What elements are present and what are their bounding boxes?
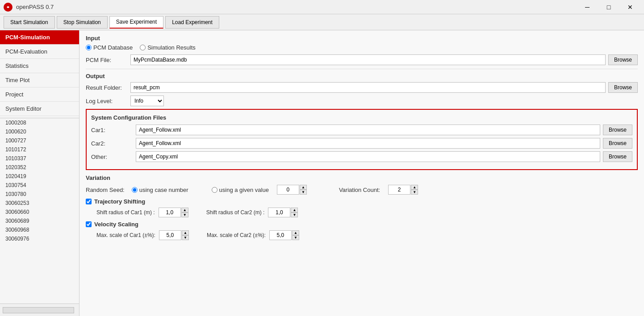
result-folder-input[interactable] <box>130 82 606 93</box>
list-item[interactable]: 1000620 <box>0 127 79 136</box>
variation-count-up-button[interactable]: ▲ <box>411 185 418 190</box>
given-value-spinbox: ▲ ▼ <box>277 185 307 195</box>
list-item[interactable]: 30060976 <box>0 234 79 243</box>
case-list: 1000208 1000620 1000727 1010172 1010337 … <box>0 118 79 304</box>
max-scale-car2-input[interactable] <box>269 230 292 240</box>
variation-count-down-button[interactable]: ▼ <box>411 190 418 195</box>
sidebar: PCM-Simulation PCM-Evaluation Statistics… <box>0 30 79 316</box>
max-scale-car1-spinbox-buttons: ▲ ▼ <box>182 230 189 240</box>
titlebar-left: openPASS 0.7 <box>4 3 54 12</box>
main-layout: PCM-Simulation PCM-Evaluation Statistics… <box>0 30 644 316</box>
shift-radius-car1-field: Shift radius of Car1 (m) : ▲ ▼ <box>96 208 188 217</box>
pcm-file-row: PCM File: Browse <box>86 54 638 65</box>
car1-input[interactable] <box>136 125 600 135</box>
list-item[interactable]: 30060253 <box>0 199 79 208</box>
velocity-scaling-label: Velocity Scaling <box>94 221 138 228</box>
other-input[interactable] <box>136 151 600 162</box>
given-value-up-button[interactable]: ▲ <box>300 185 307 190</box>
system-config-box: System Configuration Files Car1: Browse … <box>86 109 638 170</box>
given-value-input[interactable] <box>277 185 299 195</box>
result-folder-label: Result Folder: <box>86 84 130 91</box>
max-scale-car2-spinbox: ▲ ▼ <box>269 230 299 240</box>
other-browse-button[interactable]: Browse <box>603 151 632 162</box>
list-item[interactable]: 1010172 <box>0 145 79 154</box>
shift-radius-car1-down-button[interactable]: ▼ <box>181 212 188 217</box>
close-button[interactable]: ✕ <box>620 0 640 14</box>
velocity-scaling-check-row: Velocity Scaling <box>86 221 638 228</box>
velocity-scaling-values-row: Max. scale of Car1 (±%): ▲ ▼ Max. scale … <box>96 230 638 240</box>
sidebar-item-project[interactable]: Project <box>0 87 79 102</box>
max-scale-car2-spinbox-buttons: ▲ ▼ <box>292 230 299 240</box>
max-scale-car1-up-button[interactable]: ▲ <box>182 230 189 235</box>
random-seed-label: Random Seed: <box>86 187 125 193</box>
input-section: Input PCM Database Simulation Results PC… <box>86 35 638 65</box>
list-item[interactable]: 1030780 <box>0 190 79 199</box>
shift-radius-car1-up-button[interactable]: ▲ <box>181 208 188 212</box>
window-controls: ─ □ ✕ <box>577 0 640 14</box>
max-scale-car1-down-button[interactable]: ▼ <box>182 235 189 240</box>
using-case-number-radio-label[interactable]: using case number <box>132 187 188 193</box>
trajectory-shifting-checkbox[interactable] <box>86 199 92 204</box>
result-folder-browse-button[interactable]: Browse <box>608 82 638 93</box>
list-item[interactable]: 1010337 <box>0 154 79 163</box>
minimize-button[interactable]: ─ <box>577 0 598 14</box>
car2-browse-button[interactable]: Browse <box>603 138 632 149</box>
pcm-file-browse-button[interactable]: Browse <box>608 54 638 65</box>
using-given-value-radio[interactable] <box>212 187 217 193</box>
shift-radius-car1-input[interactable] <box>159 208 181 217</box>
list-item[interactable]: 1000208 <box>0 118 79 127</box>
given-value-spinbox-buttons: ▲ ▼ <box>300 185 307 195</box>
simulation-results-radio[interactable] <box>140 45 146 50</box>
stop-simulation-button[interactable]: Stop Simulation <box>57 16 108 29</box>
toolbar: Start Simulation Stop Simulation Save Ex… <box>0 14 644 30</box>
pcm-database-radio-label[interactable]: PCM Database <box>86 44 133 51</box>
max-scale-car2-field: Max. scale of Car2 (±%): ▲ ▼ <box>207 230 299 240</box>
input-section-label: Input <box>86 35 638 42</box>
trajectory-shifting-values-row: Shift radius of Car1 (m) : ▲ ▼ Shift rad… <box>96 208 638 217</box>
sidebar-item-pcm-evaluation[interactable]: PCM-Evaluation <box>0 45 79 59</box>
velocity-scaling-checkbox[interactable] <box>86 221 92 227</box>
given-value-down-button[interactable]: ▼ <box>300 190 307 195</box>
list-item[interactable]: 30060689 <box>0 216 79 225</box>
sidebar-item-time-plot[interactable]: Time Plot <box>0 73 79 87</box>
random-seed-row: Random Seed: using case number using a g… <box>86 185 638 195</box>
list-item[interactable]: 1000727 <box>0 136 79 145</box>
car1-browse-button[interactable]: Browse <box>603 125 632 135</box>
sidebar-item-pcm-simulation[interactable]: PCM-Simulation <box>0 30 79 45</box>
shift-radius-car2-label: Shift radius of Car2 (m) : <box>206 209 265 216</box>
simulation-results-radio-label[interactable]: Simulation Results <box>140 44 196 51</box>
variation-count-input[interactable] <box>388 185 410 195</box>
max-scale-car1-input[interactable] <box>159 230 181 240</box>
load-experiment-button[interactable]: Load Experiment <box>165 16 219 29</box>
save-experiment-button[interactable]: Save Experiment <box>109 16 163 29</box>
shift-radius-car2-down-button[interactable]: ▼ <box>291 212 298 217</box>
sidebar-item-system-editor[interactable]: System Editor <box>0 102 79 116</box>
using-case-number-radio[interactable] <box>132 187 138 193</box>
shift-radius-car1-spinbox-buttons: ▲ ▼ <box>181 208 188 217</box>
pcm-database-radio[interactable] <box>86 45 92 50</box>
log-level-select[interactable]: Info Debug Warning Error <box>130 96 164 106</box>
sidebar-bottom-bar <box>0 304 79 316</box>
pcm-file-input[interactable] <box>130 54 606 65</box>
start-simulation-button[interactable]: Start Simulation <box>4 16 55 29</box>
trajectory-shifting-check-row: Trajectory Shifting <box>86 198 638 205</box>
list-item[interactable]: 1020352 <box>0 163 79 172</box>
car2-input[interactable] <box>136 138 600 149</box>
maximize-button[interactable]: □ <box>598 0 619 14</box>
log-level-row: Log Level: Info Debug Warning Error <box>86 96 638 106</box>
list-item[interactable]: 30060660 <box>0 208 79 216</box>
list-item[interactable]: 1030754 <box>0 181 79 190</box>
max-scale-car2-up-button[interactable]: ▲ <box>292 230 299 235</box>
max-scale-car1-label: Max. scale of Car1 (±%): <box>96 232 155 238</box>
sidebar-item-statistics[interactable]: Statistics <box>0 59 79 73</box>
list-item[interactable]: 1020419 <box>0 172 79 181</box>
max-scale-car2-down-button[interactable]: ▼ <box>292 235 299 240</box>
car1-row: Car1: Browse <box>91 125 632 135</box>
shift-radius-car2-input[interactable] <box>268 208 290 217</box>
max-scale-car1-spinbox: ▲ ▼ <box>159 230 189 240</box>
shift-radius-car1-label: Shift radius of Car1 (m) : <box>96 209 155 216</box>
list-item[interactable]: 30060968 <box>0 225 79 234</box>
using-given-value-radio-label[interactable]: using a given value <box>212 187 269 193</box>
shift-radius-car2-up-button[interactable]: ▲ <box>291 208 298 212</box>
variation-count-label: Variation Count: <box>339 187 380 193</box>
